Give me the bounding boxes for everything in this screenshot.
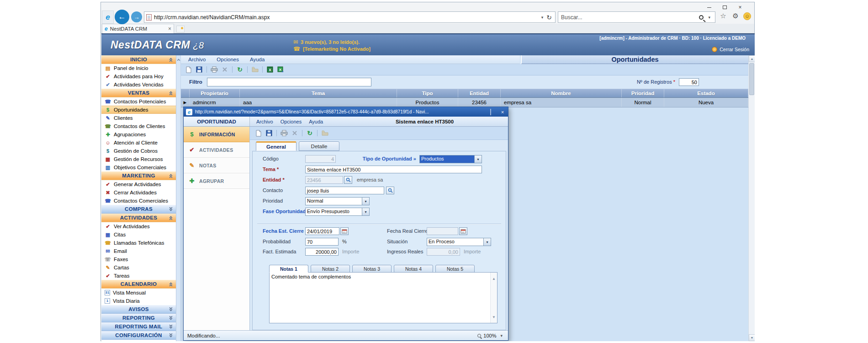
sidebar-item-llamadas-telefonicas[interactable]: ☎Llamadas Telefónicas (101, 239, 176, 247)
sidebar-item-vista-mensual[interactable]: 31Vista Mensual (101, 289, 176, 297)
sidebar-section-reporting[interactable]: REPORTING (101, 314, 176, 322)
sidebar-item-objetivos-comerciales[interactable]: ▥Objetivos Comerciales (101, 163, 176, 172)
section-collapse-chevron-icon[interactable] (168, 281, 174, 287)
prioridad-select[interactable]: Normal ▾ (305, 197, 370, 205)
column-header-propietario[interactable]: Propietario (190, 89, 240, 97)
window-minimize-button[interactable] (705, 4, 713, 11)
dialog-refresh-button[interactable]: ↻ (306, 129, 314, 137)
sidebar-section-configuracion[interactable]: CONFIGURACIÓN (101, 331, 176, 340)
menu-ayuda[interactable]: Ayuda (250, 57, 265, 62)
window-maximize-button[interactable] (720, 4, 729, 11)
tab-general[interactable]: General (256, 141, 296, 151)
address-bar[interactable]: http://crm.navidian.net/NavidianCRM/main… (144, 11, 556, 23)
dialog-menu-opciones[interactable]: Opciones (281, 119, 302, 124)
section-collapse-chevron-icon[interactable] (168, 57, 174, 62)
scrollbar-thumb[interactable] (749, 63, 754, 95)
menu-archivo[interactable]: Archivo (188, 57, 206, 62)
fecha-est-cierre-label[interactable]: Fecha Est. Cierre » (263, 228, 308, 234)
section-expand-chevron-icon[interactable] (168, 306, 174, 312)
sidebar-splitter[interactable] (176, 55, 181, 341)
telemarketing-notification[interactable]: ☎ [Telemarketing No Activado] (293, 45, 412, 52)
sidebar-item-contactos-comerciales[interactable]: ☎Contactos Comerciales (101, 197, 176, 205)
column-header-estado[interactable]: Estado (664, 89, 748, 97)
filter-input[interactable] (207, 78, 371, 86)
save-button[interactable] (195, 66, 203, 74)
fase-oportunidad-label[interactable]: Fase Oportunidad » (263, 209, 310, 214)
feedback-smiley-icon[interactable]: ☺ (743, 12, 751, 20)
dialog-save-button[interactable] (265, 129, 273, 137)
tipo-oportunidad-label[interactable]: Tipo de Oportunidad » (358, 156, 416, 161)
column-header-nombre[interactable]: Nombre (501, 89, 622, 97)
dialog-print-button[interactable] (280, 129, 288, 137)
probabilidad-input[interactable] (305, 238, 339, 246)
contacto-input[interactable] (305, 187, 384, 194)
dialog-delete-button[interactable] (291, 129, 299, 137)
search-dropdown-icon[interactable]: ▾ (706, 15, 712, 20)
section-expand-chevron-icon[interactable] (168, 324, 174, 329)
tab-notas-3[interactable]: Notas 3 (352, 265, 392, 273)
sidebar-item-atencion-al-cliente[interactable]: ☺Atención al Cliente (101, 139, 176, 147)
delete-button[interactable] (221, 66, 229, 74)
url-text[interactable]: http://crm.navidian.net/NavidianCRM/main… (154, 14, 540, 21)
dialog-nav-informacion[interactable]: $INFORMACIÓN (184, 127, 249, 142)
sidebar-section-avisos[interactable]: AVISOS (101, 305, 176, 314)
mail-notification[interactable]: ✉ 3 nuevo(s), 3 no leído(s). (293, 38, 412, 45)
forward-button[interactable]: → (131, 11, 142, 22)
notas-scrollbar[interactable]: ▲ ▼ (490, 273, 497, 323)
chevron-down-icon[interactable]: ▾ (483, 238, 491, 246)
menu-opciones[interactable]: Opciones (217, 57, 239, 62)
dialog-close-button[interactable]: × (499, 109, 506, 115)
records-count-input[interactable] (679, 78, 699, 86)
dialog-menu-archivo[interactable]: Archivo (256, 119, 273, 124)
zoom-control[interactable]: 100% ▾ (477, 333, 504, 338)
url-dropdown-icon[interactable]: ▾ (540, 15, 545, 20)
chevron-down-icon[interactable]: ▾ (474, 155, 482, 163)
section-expand-chevron-icon[interactable] (168, 206, 174, 212)
sidebar-item-tareas[interactable]: ✔Tareas (101, 272, 176, 280)
sidebar-section-compras[interactable]: COMPRAS (101, 205, 176, 214)
sidebar-item-contactos-de-clientes[interactable]: ☎Contactos de Clientes (101, 122, 176, 130)
section-expand-chevron-icon[interactable] (168, 332, 174, 338)
refresh-button[interactable]: ↻ (236, 66, 244, 74)
favorites-star-icon[interactable]: ☆ (719, 12, 728, 20)
situacion-select[interactable]: En Proceso ▾ (427, 238, 491, 246)
new-tab-button[interactable] (176, 26, 185, 32)
sidebar-item-agrupaciones[interactable]: ✚Agrupaciones (101, 130, 176, 139)
sidebar-section-reporting-mail[interactable]: REPORTING MAIL (101, 322, 176, 331)
dialog-new-button[interactable] (254, 129, 263, 137)
chevron-down-icon[interactable]: ▾ (362, 198, 369, 205)
sidebar-item-citas[interactable]: ▦Citas (101, 230, 176, 239)
chevron-down-icon[interactable]: ▾ (362, 208, 369, 215)
sidebar-section-marketing[interactable]: MARKETING (101, 172, 176, 180)
folder-button[interactable] (251, 66, 259, 74)
sidebar-item-cerrar-actividades[interactable]: ✖Cerrar Actividades (101, 188, 176, 197)
sidebar-item-vista-diaria[interactable]: 1Vista Diaria (101, 297, 176, 305)
sidebar-item-clientes[interactable]: ✎Clientes (101, 114, 176, 122)
sidebar-item-gestion-de-recursos[interactable]: ▦Gestión de Recursos (101, 155, 176, 163)
search-placeholder[interactable]: Buscar... (561, 14, 699, 21)
scroll-down-button[interactable]: ▼ (749, 334, 755, 341)
sidebar-item-actividades-para-hoy[interactable]: ✔Actividades para Hoy (101, 72, 176, 80)
sidebar-section-inicio[interactable]: INICIO (101, 55, 176, 64)
ie-logo-tile[interactable]: e (102, 11, 114, 24)
notas-scroll-down-icon[interactable]: ▼ (491, 314, 497, 320)
dialog-nav-notas[interactable]: ✎NOTAS (184, 158, 249, 173)
search-icon[interactable] (699, 15, 704, 20)
opportunities-table-row[interactable]: ▶admincrmaaaProductos23456empresa saNorm… (181, 98, 748, 107)
tab-notas-5[interactable]: Notas 5 (435, 265, 475, 273)
tab-notas-1[interactable]: Notas 1 (269, 265, 308, 273)
column-header-tipo[interactable]: Tipo (397, 89, 458, 97)
search-box[interactable]: Buscar... ▾ (558, 11, 715, 23)
section-collapse-chevron-icon[interactable] (168, 90, 174, 96)
fecha-est-calendar-button[interactable] (340, 227, 349, 235)
section-expand-chevron-icon[interactable] (168, 315, 174, 321)
sidebar-section-ventas[interactable]: VENTAS (101, 89, 176, 97)
tipo-oportunidad-select[interactable]: Productos ▾ (419, 155, 482, 163)
scroll-up-button[interactable]: ▲ (749, 55, 755, 62)
sidebar-item-faxes[interactable]: ☏Faxes (101, 255, 176, 263)
section-collapse-chevron-icon[interactable] (168, 173, 174, 178)
sidebar-item-actividades-vencidas[interactable]: ✔Actividades Vencidas (101, 80, 176, 89)
sidebar-item-email[interactable]: ✉Email (101, 247, 176, 255)
sidebar-item-generar-actividades[interactable]: ✔Generar Actividades (101, 180, 176, 188)
column-header-entidad[interactable]: Entidad (458, 89, 501, 97)
